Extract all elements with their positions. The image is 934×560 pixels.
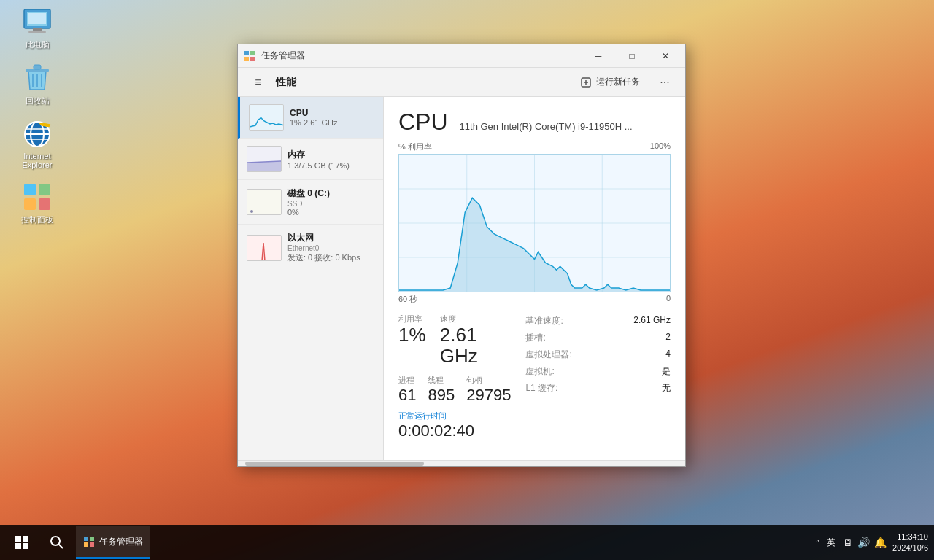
cpu-mini-chart	[249, 104, 284, 131]
sidebar-item-cpu[interactable]: CPU 1% 2.61 GHz	[238, 97, 383, 139]
time-right: 0	[666, 294, 671, 305]
svg-line-45	[59, 545, 63, 549]
window-titlebar: 任务管理器 ─ □ ✕	[238, 44, 685, 68]
disk-info: 磁盘 0 (C:) SSD 0%	[287, 187, 330, 217]
desktop-icon-control-panel[interactable]: 控制面板	[12, 182, 63, 225]
desktop-icons: 此电脑 回收站	[12, 7, 63, 225]
window-menubar: ≡ 性能 运行新任务 ···	[238, 68, 685, 97]
run-task-label: 运行新任务	[596, 76, 640, 88]
svg-rect-5	[26, 69, 49, 72]
y-axis-label: % 利用率	[398, 141, 432, 152]
processes-value: 61	[398, 386, 416, 405]
cpu-model: 11th Gen Intel(R) Core(TM) i9-11950H ...	[460, 121, 633, 132]
svg-rect-41	[23, 536, 28, 542]
utilization-value: 1%	[398, 324, 428, 346]
speed-stat: 速度 2.61 GHz	[440, 314, 512, 366]
processes-stat: 进程 61	[398, 375, 416, 405]
svg-rect-17	[39, 184, 50, 195]
utilization-stat: 利用率 1%	[398, 314, 428, 366]
window-content: CPU 1% 2.61 GHz 内存 1	[238, 97, 685, 460]
cpu-main-content: CPU 11th Gen Intel(R) Core(TM) i9-11950H…	[384, 97, 685, 460]
svg-rect-21	[250, 51, 255, 55]
volume-icon[interactable]: 🔊	[857, 537, 870, 548]
svg-rect-20	[244, 51, 249, 55]
recycle-bin-label: 回收站	[26, 96, 50, 106]
right-stat-l1: L1 缓存: 无	[525, 381, 671, 396]
memory-name: 内存	[287, 149, 350, 161]
svg-rect-43	[23, 543, 28, 549]
svg-point-44	[51, 537, 60, 545]
recycle-bin-icon	[23, 63, 52, 93]
svg-rect-2	[33, 28, 42, 31]
svg-rect-47	[90, 537, 94, 541]
window-title: 任务管理器	[261, 50, 305, 62]
hamburger-menu-button[interactable]: ≡	[247, 71, 270, 94]
svg-rect-6	[34, 65, 41, 69]
threads-stat: 线程 895	[428, 375, 455, 405]
svg-rect-4	[28, 13, 46, 24]
menubar-left: ≡ 性能	[247, 71, 296, 94]
secondary-stats: 进程 61 线程 895 句柄 29795	[398, 375, 511, 405]
titlebar-left: 任务管理器	[244, 50, 305, 62]
uptime-section: 正常运行时间 0:00:02:40	[398, 411, 511, 440]
sidebar-item-network[interactable]: 以太网 Ethernet0 发送: 0 接收: 0 Kbps	[238, 225, 383, 271]
right-stat-vm: 虚拟机: 是	[525, 364, 671, 379]
handles-value: 29795	[466, 386, 511, 405]
menubar-right: 运行新任务 ···	[573, 71, 676, 94]
desktop-icon-ie[interactable]: Internet Explorer	[12, 120, 63, 169]
chart-labels: % 利用率 100%	[398, 141, 671, 152]
sidebar-item-disk[interactable]: 磁盘 0 (C:) SSD 0%	[238, 180, 383, 225]
search-button[interactable]	[41, 526, 73, 559]
tray-icons: ^ 英 🖥 🔊 🔔	[816, 535, 887, 551]
base-speed-value: 2.61 GHz	[633, 315, 671, 327]
network-mini-chart	[247, 235, 282, 261]
taskbar-app-task-manager[interactable]: 任务管理器	[76, 526, 150, 559]
handles-label: 句柄	[466, 375, 511, 386]
cpu-name: CPU	[290, 108, 337, 118]
threads-label: 线程	[428, 375, 455, 386]
taskbar-left: 任务管理器	[6, 526, 150, 559]
run-task-button[interactable]: 运行新任务	[573, 73, 647, 91]
base-speed-label: 基准速度:	[525, 315, 563, 327]
disk-name: 磁盘 0 (C:)	[287, 187, 330, 200]
svg-point-31	[250, 210, 253, 213]
l1-value: 无	[662, 382, 671, 394]
svg-rect-27	[250, 105, 284, 131]
stats-bottom: 利用率 1% 速度 2.61 GHz 进程	[398, 314, 671, 440]
close-button[interactable]: ✕	[649, 44, 682, 68]
maximize-button[interactable]: □	[615, 44, 649, 68]
lang-button[interactable]: 英	[824, 535, 838, 551]
network-name: 以太网	[287, 232, 360, 244]
svg-rect-19	[39, 198, 50, 210]
taskbar-app-icon	[83, 536, 95, 548]
memory-sub: 1.3/7.5 GB (17%)	[287, 161, 350, 170]
minimize-button[interactable]: ─	[582, 44, 615, 68]
taskbar-app-label: 任务管理器	[99, 536, 143, 548]
svg-rect-18	[24, 198, 36, 210]
app-icon	[244, 50, 255, 62]
notification-icon[interactable]: 🔔	[874, 537, 887, 548]
run-task-icon	[580, 77, 592, 88]
vp-value: 4	[665, 349, 671, 361]
system-clock[interactable]: 11:34:10 2024/10/6	[892, 532, 928, 554]
start-button[interactable]	[6, 526, 38, 559]
network-sub2: Ethernet0	[287, 244, 360, 252]
cpu-title: CPU	[398, 109, 448, 136]
clock-date: 2024/10/6	[892, 542, 928, 553]
titlebar-controls: ─ □ ✕	[582, 44, 682, 68]
show-hidden-button[interactable]: ^	[816, 539, 819, 547]
speed-value: 2.61 GHz	[440, 324, 512, 366]
desktop-icon-this-pc[interactable]: 此电脑	[12, 7, 63, 50]
more-options-button[interactable]: ···	[653, 71, 676, 94]
desktop-icon-recycle-bin[interactable]: 回收站	[12, 63, 63, 106]
sidebar-item-memory[interactable]: 内存 1.3/7.5 GB (17%)	[238, 139, 383, 180]
processes-label: 进程	[398, 375, 416, 386]
window-scrollbar[interactable]	[238, 460, 685, 466]
clock-time: 11:34:10	[892, 532, 928, 542]
this-pc-label: 此电脑	[26, 39, 50, 50]
svg-rect-46	[84, 537, 88, 541]
desktop: 此电脑 回收站	[0, 0, 934, 560]
network-sub: 发送: 0 接收: 0 Kbps	[287, 252, 360, 263]
scrollbar-thumb[interactable]	[245, 462, 424, 466]
ie-icon	[23, 120, 52, 149]
